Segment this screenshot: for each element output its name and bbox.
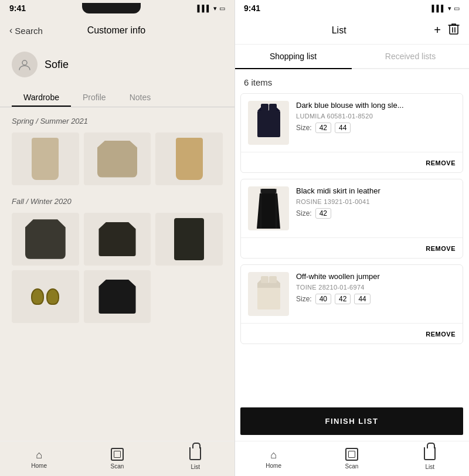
clothing-item[interactable]	[12, 132, 79, 185]
add-button[interactable]: +	[434, 23, 441, 37]
size-tag-40-3[interactable]: 40	[315, 294, 331, 304]
product-name-1: Dark blue blouse with long sle...	[296, 101, 456, 111]
home-icon-left: ⌂	[36, 449, 42, 461]
clothing-item[interactable]	[12, 270, 79, 323]
top-nav-right: List +	[235, 16, 469, 45]
product-info-3: Off-white woollen jumper TOINE 28210-01-…	[296, 272, 456, 304]
product-card-body-3: Off-white woollen jumper TOINE 28210-01-…	[241, 265, 463, 323]
product-info-2: Black midi skirt in leather ROSINE 13921…	[296, 186, 456, 219]
bottom-nav-left: ⌂ Home Scan List	[0, 441, 235, 476]
clothing-item[interactable]	[155, 213, 223, 266]
tab-notes[interactable]: Notes	[118, 87, 163, 107]
signal-icon: ▌▌▌	[198, 5, 211, 12]
pants-camel-shape	[176, 138, 203, 180]
blouse-dark-shape	[98, 280, 135, 314]
bottom-nav-home-left[interactable]: ⌂ Home	[0, 441, 78, 476]
scan-label-right: Scan	[345, 463, 359, 470]
product-sku-1: LUDMILA 60581-01-8520	[296, 113, 456, 120]
product-info-1: Dark blue blouse with long sle... LUDMIL…	[296, 101, 456, 133]
status-bar-left: 9:41 ▌▌▌ ▾ ▭	[0, 0, 235, 16]
bottom-nav-list-left[interactable]: List	[157, 441, 235, 476]
clothes-grid-1	[12, 132, 223, 185]
wifi-icon-right: ▾	[448, 5, 451, 12]
product-thumb-1	[248, 101, 289, 145]
clothing-item[interactable]	[12, 213, 79, 266]
svg-rect-14	[261, 276, 269, 283]
tabs-left: Wardrobe Profile Notes	[0, 87, 235, 107]
wifi-icon: ▾	[213, 5, 217, 12]
list-icon-right	[424, 447, 436, 460]
signal-icon-right: ▌▌▌	[432, 5, 446, 12]
product-sku-3: TOINE 28210-01-6974	[296, 284, 456, 291]
home-icon-right: ⌂	[270, 449, 277, 461]
tshirt-dark-shape	[98, 222, 135, 257]
tab-received-lists[interactable]: Received lists	[352, 45, 469, 68]
svg-rect-6	[269, 104, 277, 111]
sweater-beige-shape	[97, 141, 138, 178]
right-panel: 9:41 ▌▌▌ ▾ ▭ List +	[235, 0, 469, 476]
clothing-item[interactable]	[84, 270, 151, 323]
finish-btn-container: FINISH LIST	[235, 402, 469, 441]
home-label-right: Home	[266, 463, 281, 469]
status-icons-right: ▌▌▌ ▾ ▭	[432, 5, 460, 12]
list-icon-left	[189, 447, 201, 460]
season-label-2: Fall / Winter 2020	[12, 197, 223, 206]
back-chevron-icon: ‹	[9, 25, 12, 36]
delete-button[interactable]	[448, 22, 460, 38]
product-sku-2: ROSINE 13921-01-0041	[296, 198, 456, 205]
bottom-nav-scan-left[interactable]: Scan	[78, 441, 156, 476]
product-card-1: Dark blue blouse with long sle... LUDMIL…	[240, 93, 463, 173]
remove-row-3: REMOVE	[241, 323, 463, 344]
svg-rect-5	[261, 104, 269, 111]
svg-rect-2	[257, 111, 280, 137]
season-label-1: Spring / Summer 2021	[12, 117, 223, 125]
svg-rect-1	[450, 25, 458, 34]
tab-wardrobe[interactable]: Wardrobe	[12, 87, 71, 107]
product-card-3: Off-white woollen jumper TOINE 28210-01-…	[240, 264, 463, 344]
avatar	[12, 52, 38, 77]
product-name-3: Off-white woollen jumper	[296, 272, 456, 282]
remove-button-2[interactable]: REMOVE	[426, 245, 456, 252]
bottom-nav-scan-right[interactable]: Scan	[312, 441, 390, 476]
nav-actions: +	[434, 22, 460, 38]
bottom-nav-list-right[interactable]: List	[391, 441, 469, 476]
clothing-item[interactable]	[155, 132, 223, 185]
items-count: 6 items	[235, 69, 469, 93]
clothing-item[interactable]	[84, 213, 151, 266]
size-label-1: Size:	[296, 124, 312, 132]
remove-button-3[interactable]: REMOVE	[426, 331, 456, 338]
jumper-thumbnail	[253, 275, 285, 313]
pants-beige-shape	[32, 138, 59, 180]
back-button[interactable]: ‹ Search	[9, 25, 43, 36]
tab-shopping-list[interactable]: Shopping list	[235, 45, 352, 68]
svg-rect-16	[257, 283, 280, 288]
remove-button-1[interactable]: REMOVE	[426, 159, 456, 166]
svg-marker-8	[257, 193, 280, 229]
left-panel: 9:41 ▌▌▌ ▾ ▭ ‹ Search Customer info	[0, 0, 235, 476]
bottom-nav-home-right[interactable]: ⌂ Home	[235, 441, 312, 476]
page-title-right: List	[244, 25, 434, 36]
finish-list-button[interactable]: FINISH LIST	[240, 407, 463, 435]
list-label-right: List	[426, 464, 435, 470]
size-tag-44-3[interactable]: 44	[354, 294, 370, 304]
product-sizes-2: Size: 42	[296, 208, 456, 219]
size-tag-42-3[interactable]: 42	[335, 294, 351, 304]
remove-row-1: REMOVE	[241, 152, 463, 172]
wardrobe-content: Spring / Summer 2021 Fall / Winter 2020	[0, 107, 235, 441]
scan-label-left: Scan	[111, 463, 124, 470]
size-tag-42-1[interactable]: 42	[315, 123, 331, 133]
product-name-2: Black midi skirt in leather	[296, 186, 456, 196]
product-sizes-3: Size: 40 42 44	[296, 294, 456, 304]
tab-profile[interactable]: Profile	[71, 87, 118, 107]
home-label-left: Home	[31, 463, 47, 469]
battery-icon: ▭	[219, 5, 225, 12]
size-tag-44-1[interactable]: 44	[335, 123, 351, 133]
time-right: 9:41	[244, 4, 260, 13]
top-nav-left: ‹ Search Customer info	[0, 16, 235, 45]
product-thumb-3	[248, 272, 289, 316]
shopping-list: Dark blue blouse with long sle... LUDMIL…	[235, 93, 469, 402]
list-label-left: List	[191, 464, 200, 470]
jacket-dark-shape	[25, 219, 66, 259]
size-tag-42-2[interactable]: 42	[315, 208, 331, 219]
clothing-item[interactable]	[84, 132, 151, 185]
